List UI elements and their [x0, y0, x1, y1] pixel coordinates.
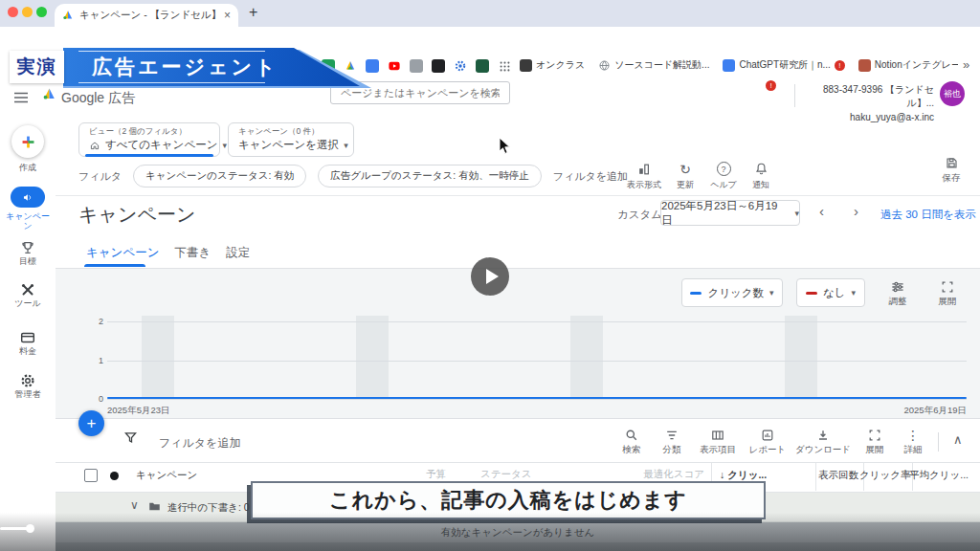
status-dot-icon[interactable] [110, 472, 119, 480]
view-selector[interactable]: ビュー（2 個のフィルタ） すべてのキャンペーン ▾ [78, 122, 220, 157]
column-status[interactable]: ステータス [480, 468, 531, 481]
table-more-button[interactable]: ⋮ 詳細 [896, 428, 930, 456]
bookmark-item[interactable]: ChatGPT研究所｜n... ! [723, 58, 844, 72]
chevron-down-icon: ▾ [344, 141, 348, 150]
chart-table-divider [56, 418, 980, 419]
window-zoom-icon[interactable] [36, 7, 47, 17]
date-next-icon[interactable]: › [854, 203, 858, 219]
date-range-picker[interactable]: 2025年5月23日～6月19日 ▾ [660, 200, 800, 226]
save-floppy-icon [930, 156, 972, 170]
bookmark-item[interactable]: オンクラス [520, 58, 585, 72]
video-progress-bar[interactable] [0, 527, 29, 530]
apps-grid-icon[interactable] [499, 60, 511, 73]
campaign-selector-label: キャンペーン（0 件） [238, 126, 320, 138]
sidebar-item-campaigns[interactable] [11, 187, 45, 208]
table-download-button[interactable]: ダウンロード [792, 428, 854, 456]
bookmark-item[interactable]: ソースコード解説動... [598, 58, 709, 72]
bookmark-item[interactable]: Notionインテグレー... [858, 58, 958, 72]
video-play-button[interactable] [471, 257, 509, 296]
notion-icon[interactable] [432, 59, 445, 73]
table-add-filter[interactable]: フィルタを追加 [159, 435, 240, 452]
window-minimize-icon[interactable] [22, 7, 33, 17]
green-square-icon[interactable] [476, 59, 489, 73]
sidebar-item-admin[interactable] [19, 372, 36, 389]
hamburger-menu-icon[interactable] [13, 92, 29, 103]
table-segment-button[interactable]: 分類 [653, 428, 691, 456]
kebab-menu-icon: ⋮ [896, 428, 930, 443]
column-ctr[interactable]: クリック率 [859, 469, 909, 482]
browser-tab[interactable]: キャンペーン - 【ランドセル】... × [55, 4, 238, 27]
view-selector-active-bar [85, 154, 213, 157]
save-button[interactable]: 保存 [930, 156, 972, 185]
play-icon [486, 269, 499, 284]
window-close-icon[interactable] [8, 7, 18, 17]
sidebar-item-goals[interactable] [19, 239, 36, 256]
display-format-icon [623, 162, 665, 177]
date-prev-icon[interactable]: ‹ [819, 203, 824, 219]
segment-lines-icon [653, 428, 691, 443]
chart-expand-button[interactable]: 展開 [926, 279, 969, 308]
table-search-button[interactable]: 検索 [612, 428, 651, 456]
youtube-icon[interactable] [388, 59, 401, 73]
sidebar-item-tools[interactable] [19, 281, 36, 298]
bookmarks-overflow-icon[interactable]: » [963, 57, 969, 72]
gray-circle-icon[interactable] [410, 59, 423, 73]
table-filter-funnel-icon[interactable] [122, 430, 139, 446]
column-impressions[interactable]: 表示回数 [809, 469, 858, 482]
sidebar-item-billing[interactable] [19, 329, 36, 346]
column-avg-cpc[interactable]: 平均クリッ... [909, 469, 964, 482]
notifications-button[interactable]: 通知 [740, 162, 782, 191]
campaign-selector[interactable]: キャンペーン（0 件） キャンペーンを選択 ▾ [228, 122, 354, 157]
photos-icon[interactable] [366, 59, 379, 73]
google-ads-favicon [62, 10, 74, 21]
gear-icon [19, 372, 36, 389]
report-chart-icon [745, 428, 791, 443]
chart-adjust-button[interactable]: 調整 [877, 279, 919, 308]
chevron-down-icon[interactable]: ∨ [130, 498, 139, 512]
display-format-button[interactable]: 表示形式 [623, 162, 665, 191]
refresh-button[interactable]: ↻ 更新 [664, 162, 706, 191]
collapse-chevron-icon[interactable]: ∧ [953, 432, 963, 447]
table-columns-button[interactable]: 表示項目 [693, 428, 743, 456]
screen: キャンペーン - 【ランドセル】... × + ← → ↻ ads.google… [0, 0, 980, 551]
clicks-line-series [107, 397, 967, 399]
table-expand-button[interactable]: 展開 [856, 428, 894, 456]
column-clicks-sorted[interactable]: ↓ クリッ... [720, 469, 767, 482]
filter-chip-adgroup-status[interactable]: 広告グループのステータス: 有効、一時停止 [318, 165, 541, 187]
table-header-top-border [56, 462, 980, 463]
column-optimization-score[interactable]: 最適化スコア [618, 468, 704, 481]
chart-weekend-band [356, 316, 389, 399]
bell-icon [740, 162, 782, 177]
y-tick-0: 0 [90, 394, 103, 404]
help-button[interactable]: ? ヘルプ [702, 162, 745, 191]
blue-gear-icon[interactable] [454, 59, 467, 73]
drive-icon[interactable] [344, 59, 357, 73]
add-campaign-fab[interactable]: + [78, 410, 104, 436]
video-progress-handle[interactable] [26, 524, 34, 533]
tab-close-icon[interactable]: × [224, 9, 231, 22]
column-campaign[interactable]: キャンペーン [136, 469, 197, 482]
tools-icon [19, 281, 36, 298]
filter-chip-campaign-status[interactable]: キャンペーンのステータス: 有効 [133, 165, 306, 187]
tab-campaigns[interactable]: キャンペーン [86, 245, 159, 261]
metric-secondary-select[interactable]: なし ▾ [796, 278, 865, 307]
active-tab-underline [84, 264, 145, 267]
tab-drafts[interactable]: 下書き [174, 245, 211, 261]
column-budget[interactable]: 予算 [426, 468, 446, 481]
table-report-button[interactable]: レポート [745, 428, 791, 456]
select-all-checkbox[interactable] [84, 469, 98, 482]
account-avatar[interactable]: 裕也 [940, 81, 965, 106]
chevron-down-icon: ▾ [769, 288, 774, 298]
metric-primary-select[interactable]: クリック数 ▾ [681, 278, 783, 307]
add-filter-link[interactable]: フィルタを追加 [553, 169, 628, 184]
empty-state-message: 有効なキャンペーンがありません [441, 526, 594, 540]
folder-icon [147, 499, 162, 514]
download-icon [792, 428, 854, 443]
columns-icon [693, 428, 743, 443]
new-tab-icon[interactable]: + [249, 4, 257, 21]
tab-settings[interactable]: 設定 [226, 245, 250, 261]
notification-badge: ! [766, 80, 776, 91]
onkurasu-icon [520, 59, 532, 72]
sidebar-item-create[interactable] [11, 125, 44, 158]
last-30-days-link[interactable]: 過去 30 日間を表示 [880, 208, 976, 222]
